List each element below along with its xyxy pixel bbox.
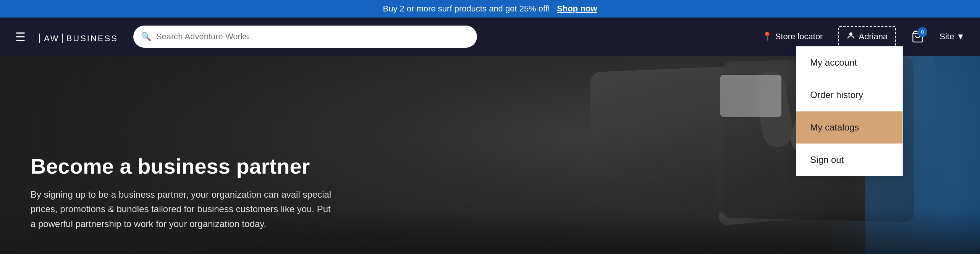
dropdown-my-catalogs[interactable]: My catalogs xyxy=(796,111,902,144)
dropdown-sign-out[interactable]: Sign out xyxy=(796,144,902,176)
store-locator-label: Store locator xyxy=(775,32,823,42)
location-icon: 📍 xyxy=(762,32,772,42)
cart-badge: 0 xyxy=(917,27,927,37)
promo-text: Buy 2 or more surf products and get 25% … xyxy=(383,4,550,13)
promo-link[interactable]: Shop now xyxy=(557,4,597,13)
search-container: 🔍 xyxy=(133,26,477,48)
user-name-label: Adriana xyxy=(859,32,888,42)
logo-aw: AW xyxy=(39,34,60,43)
hero-description: By signing up to be a business partner, … xyxy=(31,187,336,231)
search-icon: 🔍 xyxy=(141,32,151,42)
hamburger-button[interactable]: ☰ xyxy=(15,30,26,44)
user-icon xyxy=(846,31,855,42)
main-nav: ☰ AWBUSINESS 🔍 📍 Store locator Adriana M… xyxy=(0,18,980,56)
site-selector-button[interactable]: Site ▼ xyxy=(940,32,965,42)
cart-button[interactable]: 0 xyxy=(911,30,924,43)
logo-business: BUSINESS xyxy=(62,34,118,43)
dropdown-my-account[interactable]: My account xyxy=(796,47,902,79)
search-input[interactable] xyxy=(133,26,477,48)
user-account-button[interactable]: Adriana My account Order history My cata… xyxy=(838,26,896,47)
user-dropdown-menu: My account Order history My catalogs Sig… xyxy=(796,46,903,176)
svg-point-0 xyxy=(849,32,852,35)
promo-bar: Buy 2 or more surf products and get 25% … xyxy=(0,0,980,18)
chevron-down-icon: ▼ xyxy=(956,32,965,42)
logo[interactable]: AWBUSINESS xyxy=(37,29,118,45)
hero-title: Become a business partner xyxy=(31,155,336,178)
hero-content: Become a business partner By signing up … xyxy=(31,155,336,231)
site-label: Site xyxy=(940,32,954,42)
nav-right: 📍 Store locator Adriana My account Order… xyxy=(762,26,965,47)
dropdown-order-history[interactable]: Order history xyxy=(796,79,902,111)
store-locator-button[interactable]: 📍 Store locator xyxy=(762,32,823,42)
